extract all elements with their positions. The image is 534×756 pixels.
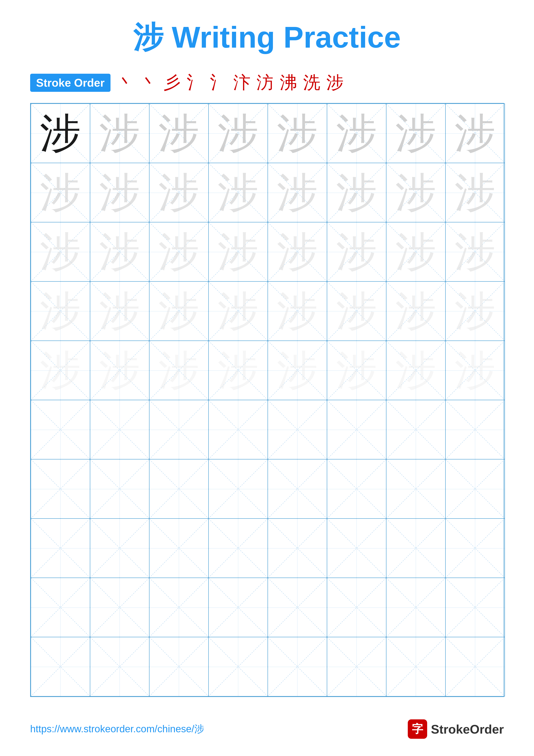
grid-cell-blank[interactable] bbox=[327, 637, 386, 696]
grid-cell[interactable]: 涉 bbox=[386, 282, 445, 341]
grid-cell-blank[interactable] bbox=[445, 637, 505, 696]
svg-line-101 bbox=[149, 459, 208, 518]
grid-cell[interactable]: 涉 bbox=[90, 222, 149, 282]
practice-char: 涉 bbox=[217, 172, 259, 213]
grid-cell[interactable]: 涉 bbox=[90, 104, 149, 163]
grid-cell-blank[interactable] bbox=[90, 519, 149, 578]
grid-cell-blank[interactable] bbox=[149, 637, 209, 696]
grid-cell[interactable]: 涉 bbox=[327, 282, 386, 341]
grid-cell-blank[interactable] bbox=[149, 459, 209, 519]
grid-cell-blank[interactable] bbox=[209, 578, 268, 637]
svg-line-116 bbox=[149, 519, 208, 578]
grid-cell[interactable]: 涉 bbox=[445, 282, 505, 341]
grid-cell-blank[interactable] bbox=[90, 637, 149, 696]
grid-cell-blank[interactable] bbox=[90, 578, 149, 637]
grid-cell-blank[interactable] bbox=[268, 400, 327, 459]
grid-cell[interactable]: 涉 bbox=[268, 341, 327, 400]
grid-cell[interactable]: 涉 bbox=[90, 282, 149, 341]
grid-cell-blank[interactable] bbox=[31, 578, 90, 637]
grid-cell[interactable]: 涉 bbox=[386, 341, 445, 400]
grid-cell[interactable]: 涉 bbox=[327, 341, 386, 400]
grid-cell[interactable]: 涉 bbox=[209, 282, 268, 341]
grid-cell[interactable]: 涉 bbox=[268, 282, 327, 341]
grid-cell-blank[interactable] bbox=[386, 459, 445, 519]
grid-cell-blank[interactable] bbox=[268, 519, 327, 578]
grid-cell-blank[interactable] bbox=[268, 578, 327, 637]
grid-cell[interactable]: 涉 bbox=[31, 282, 90, 341]
grid-cell[interactable]: 涉 bbox=[209, 222, 268, 282]
grid-cell[interactable]: 涉 bbox=[209, 104, 268, 163]
grid-cell[interactable]: 涉 bbox=[445, 104, 505, 163]
grid-cell[interactable]: 涉 bbox=[149, 163, 209, 222]
grid-cell[interactable]: 涉 bbox=[327, 222, 386, 282]
grid-cell[interactable]: 涉 bbox=[268, 104, 327, 163]
grid-cell[interactable]: 涉 bbox=[149, 282, 209, 341]
grid-cell[interactable]: 涉 bbox=[386, 163, 445, 222]
grid-cell[interactable]: 涉 bbox=[31, 341, 90, 400]
svg-line-152 bbox=[268, 637, 327, 696]
svg-line-124 bbox=[387, 519, 445, 578]
practice-char: 涉 bbox=[336, 350, 377, 391]
grid-cell-blank[interactable] bbox=[327, 459, 386, 519]
grid-cell-blank[interactable] bbox=[90, 459, 149, 519]
grid-cell-blank[interactable] bbox=[31, 637, 90, 696]
svg-line-154 bbox=[327, 637, 386, 696]
grid-cell[interactable]: 涉 bbox=[149, 222, 209, 282]
grid-cell-blank[interactable] bbox=[31, 459, 90, 519]
stroke-1: 丶 bbox=[117, 71, 134, 94]
grid-cell-blank[interactable] bbox=[386, 578, 445, 637]
grid-cell-blank[interactable] bbox=[327, 578, 386, 637]
grid-cell-blank[interactable] bbox=[31, 400, 90, 459]
grid-cell-blank[interactable] bbox=[327, 519, 386, 578]
svg-line-94 bbox=[446, 400, 504, 459]
grid-cell[interactable]: 涉 bbox=[445, 341, 505, 400]
svg-line-144 bbox=[31, 637, 90, 696]
grid-cell[interactable]: 涉 bbox=[327, 163, 386, 222]
grid-cell-blank[interactable] bbox=[445, 519, 505, 578]
grid-cell[interactable]: 涉 bbox=[268, 222, 327, 282]
grid-cell-blank[interactable] bbox=[327, 400, 386, 459]
svg-line-82 bbox=[90, 400, 149, 459]
grid-cell[interactable]: 涉 bbox=[90, 341, 149, 400]
grid-cell-blank[interactable] bbox=[386, 637, 445, 696]
practice-char: 涉 bbox=[40, 350, 81, 391]
grid-cell[interactable]: 涉 bbox=[90, 163, 149, 222]
grid-cell-blank[interactable] bbox=[31, 519, 90, 578]
grid-cell[interactable]: 涉 bbox=[209, 341, 268, 400]
practice-char: 涉 bbox=[40, 113, 81, 154]
grid-cell-blank[interactable] bbox=[445, 578, 505, 637]
grid-cell-blank[interactable] bbox=[209, 459, 268, 519]
grid-cell-blank[interactable] bbox=[149, 400, 209, 459]
practice-char: 涉 bbox=[395, 172, 436, 213]
grid-cell-blank[interactable] bbox=[268, 459, 327, 519]
svg-line-92 bbox=[387, 400, 445, 459]
table-row: 涉 涉 bbox=[31, 222, 505, 282]
grid-cell[interactable]: 涉 bbox=[209, 163, 268, 222]
grid-cell-blank[interactable] bbox=[209, 637, 268, 696]
grid-cell[interactable]: 涉 bbox=[31, 163, 90, 222]
grid-cell-blank[interactable] bbox=[445, 400, 505, 459]
grid-cell[interactable]: 涉 bbox=[31, 104, 90, 163]
grid-cell[interactable]: 涉 bbox=[386, 222, 445, 282]
grid-cell[interactable]: 涉 bbox=[445, 163, 505, 222]
grid-cell[interactable]: 涉 bbox=[445, 222, 505, 282]
grid-cell[interactable]: 涉 bbox=[149, 341, 209, 400]
grid-cell-blank[interactable] bbox=[90, 400, 149, 459]
grid-cell[interactable]: 涉 bbox=[386, 104, 445, 163]
grid-cell-blank[interactable] bbox=[149, 519, 209, 578]
footer-url[interactable]: https://www.strokeorder.com/chinese/涉 bbox=[30, 722, 204, 736]
grid-cell-blank[interactable] bbox=[149, 578, 209, 637]
grid-cell-blank[interactable] bbox=[445, 459, 505, 519]
practice-char: 涉 bbox=[454, 113, 496, 154]
practice-char: 涉 bbox=[395, 291, 436, 332]
grid-cell-blank[interactable] bbox=[209, 400, 268, 459]
svg-line-129 bbox=[31, 578, 90, 637]
grid-cell[interactable]: 涉 bbox=[327, 104, 386, 163]
grid-cell[interactable]: 涉 bbox=[149, 104, 209, 163]
grid-cell[interactable]: 涉 bbox=[31, 222, 90, 282]
grid-cell[interactable]: 涉 bbox=[268, 163, 327, 222]
grid-cell-blank[interactable] bbox=[209, 519, 268, 578]
grid-cell-blank[interactable] bbox=[268, 637, 327, 696]
grid-cell-blank[interactable] bbox=[386, 400, 445, 459]
grid-cell-blank[interactable] bbox=[386, 519, 445, 578]
